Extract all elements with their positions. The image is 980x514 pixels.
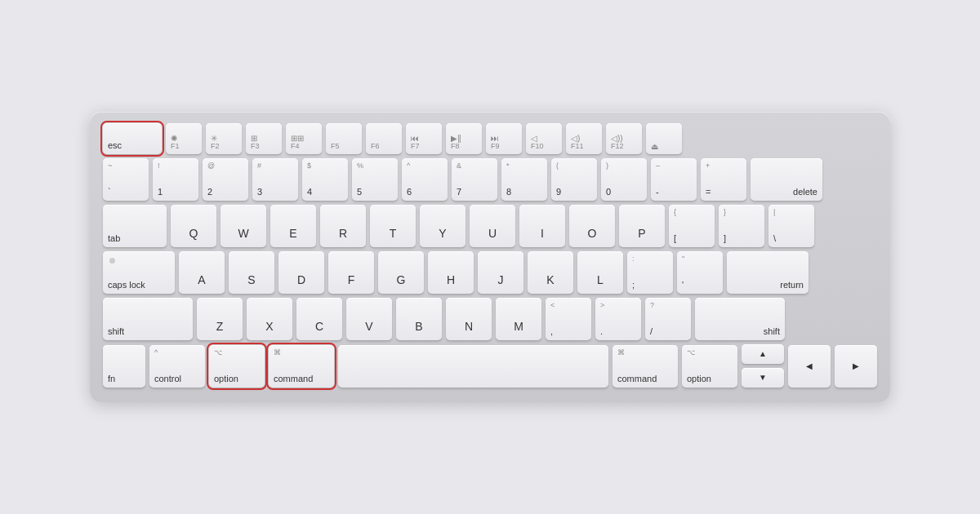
key-j[interactable]: J: [478, 251, 523, 294]
number-row: ~ ` ! 1 @ 2 # 3 $ 4 % 5 ^ 6 & 7: [103, 158, 877, 201]
key-option-right[interactable]: ⌥ option: [682, 345, 737, 388]
key-d[interactable]: D: [278, 251, 324, 294]
asdf-row: caps lock A S D F G H J K L : ;: [103, 251, 877, 294]
key-backslash[interactable]: | \: [768, 205, 814, 247]
key-minus[interactable]: – -: [651, 158, 697, 201]
key-9[interactable]: ( 9: [551, 158, 597, 201]
key-f2[interactable]: ✳ F2: [206, 123, 242, 154]
bottom-row: fn ^ control ⌥ option ⌘ command ⌘ comman…: [103, 344, 877, 388]
key-space[interactable]: [338, 345, 608, 388]
key-arrow-up[interactable]: ▲: [742, 344, 784, 364]
key-2[interactable]: @ 2: [203, 158, 248, 201]
key-7[interactable]: & 7: [452, 158, 497, 201]
caps-lock-indicator: [109, 258, 115, 264]
key-q[interactable]: Q: [171, 205, 216, 247]
key-arrow-right[interactable]: ▶: [835, 345, 877, 388]
key-0[interactable]: ) 0: [601, 158, 647, 201]
key-delete[interactable]: delete: [751, 158, 822, 201]
key-rbracket[interactable]: } ]: [719, 205, 764, 247]
key-r[interactable]: R: [320, 205, 366, 247]
key-semicolon[interactable]: : ;: [627, 251, 673, 294]
key-o[interactable]: O: [569, 205, 615, 247]
key-h[interactable]: H: [428, 251, 474, 294]
key-caps-lock[interactable]: caps lock: [103, 251, 175, 294]
key-6[interactable]: ^ 6: [402, 158, 448, 201]
key-p[interactable]: P: [619, 205, 665, 247]
key-option-left[interactable]: ⌥ option: [209, 345, 265, 388]
key-a[interactable]: A: [179, 251, 225, 294]
key-f9[interactable]: ⏭ F9: [486, 123, 522, 154]
key-s[interactable]: S: [229, 251, 274, 294]
key-f10[interactable]: ◁ F10: [526, 123, 562, 154]
key-v[interactable]: V: [346, 298, 392, 340]
fn-row: esc ✺ F1 ✳ F2 ⊞ F3 ⊞⊞ F4 F5 F6 ⏮ F7 ▶‖: [103, 123, 877, 154]
key-4[interactable]: $ 4: [302, 158, 348, 201]
key-b[interactable]: B: [396, 298, 442, 340]
key-slash[interactable]: ? /: [645, 298, 691, 340]
key-f4[interactable]: ⊞⊞ F4: [286, 123, 322, 154]
key-f1[interactable]: ✺ F1: [166, 123, 202, 154]
arrow-key-group: ▲ ▼: [742, 344, 784, 388]
key-command-right[interactable]: ⌘ command: [612, 345, 678, 388]
key-f5[interactable]: F5: [326, 123, 362, 154]
keyboard: esc ✺ F1 ✳ F2 ⊞ F3 ⊞⊞ F4 F5 F6 ⏮ F7 ▶‖: [90, 112, 890, 402]
key-f11[interactable]: ◁) F11: [566, 123, 602, 154]
key-l[interactable]: L: [577, 251, 623, 294]
key-esc[interactable]: esc: [103, 123, 162, 154]
key-3[interactable]: # 3: [252, 158, 298, 201]
key-arrow-left[interactable]: ◀: [788, 345, 831, 388]
key-g[interactable]: G: [378, 251, 424, 294]
key-z[interactable]: Z: [197, 298, 243, 340]
key-shift-left[interactable]: shift: [103, 298, 193, 340]
key-fn[interactable]: fn: [103, 345, 145, 388]
key-w[interactable]: W: [220, 205, 266, 247]
key-arrow-down[interactable]: ▼: [742, 368, 784, 388]
key-x[interactable]: X: [247, 298, 292, 340]
key-backtick[interactable]: ~ `: [103, 158, 149, 201]
key-1[interactable]: ! 1: [153, 158, 198, 201]
key-y[interactable]: Y: [420, 205, 466, 247]
key-f7[interactable]: ⏮ F7: [406, 123, 442, 154]
key-8[interactable]: * 8: [501, 158, 547, 201]
key-m[interactable]: M: [496, 298, 541, 340]
key-5[interactable]: % 5: [352, 158, 398, 201]
key-e[interactable]: E: [270, 205, 316, 247]
key-eject[interactable]: ⏏: [646, 123, 682, 154]
key-comma[interactable]: < ,: [546, 298, 591, 340]
key-tab[interactable]: tab: [103, 205, 167, 247]
key-c[interactable]: C: [296, 298, 342, 340]
qwerty-row: tab Q W E R T Y U I O P: [103, 205, 877, 247]
key-quote[interactable]: " ': [677, 251, 723, 294]
key-f3[interactable]: ⊞ F3: [246, 123, 282, 154]
key-period[interactable]: > .: [595, 298, 641, 340]
key-k[interactable]: K: [528, 251, 573, 294]
key-f6[interactable]: F6: [366, 123, 402, 154]
key-t[interactable]: T: [370, 205, 416, 247]
key-equals[interactable]: + =: [701, 158, 746, 201]
key-n[interactable]: N: [446, 298, 492, 340]
zxcv-row: shift Z X C V B N M < , > .: [103, 298, 877, 340]
key-control[interactable]: ^ control: [149, 345, 205, 388]
key-i[interactable]: I: [519, 205, 565, 247]
key-lbracket[interactable]: { [: [669, 205, 715, 247]
key-return[interactable]: return: [727, 251, 808, 294]
key-shift-right[interactable]: shift: [695, 298, 785, 340]
key-f[interactable]: F: [328, 251, 374, 294]
key-f8[interactable]: ▶‖ F8: [446, 123, 482, 154]
key-command-left[interactable]: ⌘ command: [269, 345, 334, 388]
key-f12[interactable]: ◁)) F12: [606, 123, 642, 154]
key-u[interactable]: U: [470, 205, 515, 247]
